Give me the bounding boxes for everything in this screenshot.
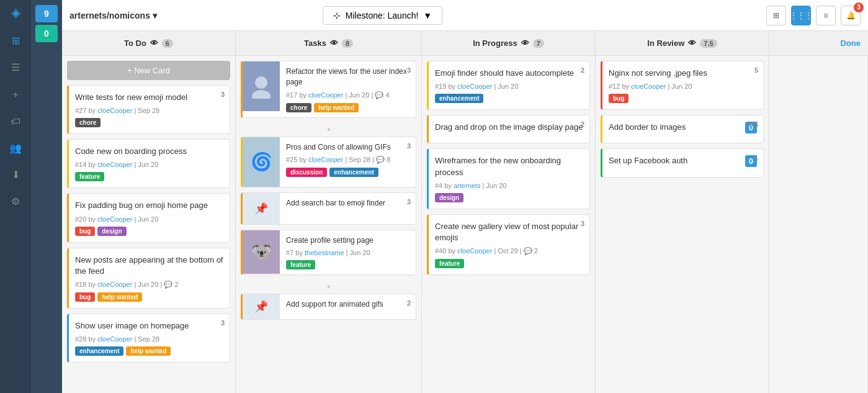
settings-icon[interactable]: ⚙	[9, 193, 22, 210]
inprogress-card-2[interactable]: 2 Drag and drop on the image display pag…	[427, 115, 590, 143]
col-header-inprogress: In Progress 👁 7	[422, 31, 596, 55]
svg-point-1	[252, 90, 271, 99]
notifications-btn[interactable]: 🔔 3	[841, 6, 861, 25]
milestone-selector[interactable]: ⊹ Milestone: Launch! ▼	[323, 6, 442, 25]
card-points: 3	[407, 66, 411, 74]
card-title: Fix padding bug on emoji home page	[75, 200, 223, 211]
card-meta: #12 by cloeCooper | Jun 20	[609, 83, 757, 90]
inreview-eye-icon: 👁	[688, 38, 696, 48]
tag-design: design	[435, 193, 463, 202]
todo-card-2[interactable]: Code new on boarding process #14 by cloe…	[67, 139, 230, 188]
tag-feature: feature	[75, 172, 104, 181]
header-actions: ⊞ ⋮⋮⋮ ≡ 🔔 3	[766, 6, 861, 25]
badge-nine[interactable]: 9	[35, 5, 58, 22]
todo-card-4[interactable]: New posts are appearing at the bottom of…	[67, 248, 230, 309]
download-icon[interactable]: ⬇	[9, 166, 22, 183]
col-done	[769, 56, 868, 393]
card-tags: enhancement	[435, 94, 583, 103]
todo-card-1[interactable]: 3 Write tests for new emoji model #27 by…	[67, 85, 230, 134]
inprogress-count: 7	[533, 39, 544, 48]
svg-point-0	[255, 76, 267, 89]
card-meta: #27 by cloeCooper | Sep 28	[75, 107, 223, 114]
home-icon[interactable]: ⊞	[9, 32, 22, 49]
todo-card-3[interactable]: Fix padding bug on emoji home page #20 b…	[67, 193, 230, 242]
inprogress-label: In Progress	[473, 38, 517, 48]
card-title: Drag and drop on the image display page	[435, 122, 583, 133]
card-title: Add border to images	[609, 122, 686, 133]
todo-label: To Do	[124, 38, 146, 48]
inreview-card-1[interactable]: 5 Nginx not serving .jpeg files #12 by c…	[601, 61, 764, 110]
card-meta: #18 by cloeCooper | Jun 20 | 💬 2	[75, 281, 223, 289]
task-card-4[interactable]: 🐨 Create profile setting page #7 by theb…	[241, 230, 416, 276]
badge-zero[interactable]: 0	[35, 25, 58, 42]
inreview-card-2[interactable]: 0.5 Add border to images 0	[601, 115, 764, 143]
card-meta: #14 by cloeCooper | Jun 20	[75, 161, 223, 168]
tag-design: design	[97, 227, 126, 236]
card-tags: bug help wanted	[75, 292, 223, 302]
tasks-eye-icon: 👁	[330, 38, 338, 48]
tag-enhancement: enhancement	[329, 168, 378, 177]
tag-bug: bug	[75, 227, 95, 236]
task-card-1[interactable]: 3 Refactor the views for the user index …	[241, 61, 416, 118]
tag-feature: feature	[435, 259, 464, 268]
card-title: Write tests for new emoji model	[75, 92, 223, 103]
card-tags: feature	[435, 259, 583, 268]
card-meta: #7 by thebestname | Jun 20	[286, 249, 409, 256]
repo-name[interactable]: arternets/nomicons ▾	[69, 11, 157, 20]
card-title: Create new gallery view of most popular …	[435, 221, 583, 243]
add-row-2: ✦	[241, 280, 416, 294]
inreview-card-3[interactable]: 1 Set up Facebook auth 0	[601, 148, 764, 177]
notif-count: 3	[854, 2, 864, 12]
card-title: Wireframes for the new onboarding proces…	[435, 155, 583, 178]
card-title: Create profile setting page	[286, 235, 409, 246]
col-inprogress: 2 Emoji finder should have autocomplete …	[422, 56, 596, 393]
tag-icon[interactable]: 🏷	[8, 114, 23, 130]
list-view-icon[interactable]: ☰	[9, 59, 22, 76]
task-card-5[interactable]: 📌 2 Add support for animated gifs	[241, 294, 416, 320]
done-link[interactable]: Done	[841, 38, 861, 48]
card-title: New posts are appearing at the bottom of…	[75, 255, 223, 277]
new-card-btn[interactable]: + New Card	[67, 61, 230, 80]
tag-enhancement: enhancement	[435, 94, 483, 103]
logo-icon[interactable]: ◈	[11, 5, 20, 20]
card-meta: #4 by arternets | Jun 20	[435, 182, 583, 189]
card-tags: feature	[286, 260, 409, 269]
tasks-count: 8	[342, 39, 353, 48]
col-header-done: Done	[769, 31, 868, 55]
task-card-content: 3 Refactor the views for the user index …	[280, 61, 416, 117]
view-kanban-btn[interactable]: ⊞	[766, 6, 786, 25]
board-body: + New Card 3 Write tests for new emoji m…	[62, 56, 868, 393]
card-meta: #40 by cloeCooper | Oct 29 | 💬 2	[435, 247, 583, 255]
card-points: 1	[754, 154, 758, 161]
view-grid-btn[interactable]: ⋮⋮⋮	[791, 6, 811, 25]
card-tags: design	[435, 193, 583, 202]
card-title: Code new on boarding process	[75, 146, 223, 157]
task-avatar: 📌	[243, 294, 280, 319]
add-icon[interactable]: ＋	[8, 86, 23, 104]
card-points: 3	[221, 319, 225, 327]
card-meta: #19 by cloeCooper | Jun 20	[435, 83, 583, 90]
card-title: Set up Facebook auth	[609, 155, 687, 166]
inprogress-card-3[interactable]: Wireframes for the new onboarding proces…	[427, 148, 590, 209]
card-title: Pros and Cons of allowing GIFs	[286, 142, 409, 153]
repo-dropdown-icon[interactable]: ▾	[153, 11, 157, 20]
team-icon[interactable]: 👥	[7, 140, 24, 156]
view-list-btn[interactable]: ≡	[816, 6, 836, 25]
inprogress-card-4[interactable]: 3 Create new gallery view of most popula…	[427, 214, 590, 275]
task-card-2[interactable]: 🌀 3 Pros and Cons of allowing GIFs #25 b…	[241, 137, 416, 187]
todo-card-5[interactable]: 3 Show user image on homepage #28 by clo…	[67, 314, 230, 363]
bell-icon: 🔔	[846, 11, 856, 20]
inprogress-eye-icon: 👁	[521, 38, 529, 48]
tasks-label: Tasks	[304, 38, 326, 48]
tag-help-wanted: help wanted	[314, 103, 359, 112]
task-avatar: 🌀	[243, 137, 280, 187]
repo-label: arternets/nomicons	[69, 11, 150, 20]
tag-bug: bug	[609, 94, 629, 103]
col-inreview: 5 Nginx not serving .jpeg files #12 by c…	[596, 56, 769, 393]
task-avatar	[243, 61, 280, 117]
card-tags: chore help wanted	[286, 103, 409, 112]
inprogress-card-1[interactable]: 2 Emoji finder should have autocomplete …	[427, 61, 590, 110]
task-card-3[interactable]: 📌 3 Add search bar to emoji finder	[241, 192, 416, 225]
tag-help-wanted: help wanted	[126, 346, 171, 356]
card-tags: bug design	[75, 227, 223, 236]
